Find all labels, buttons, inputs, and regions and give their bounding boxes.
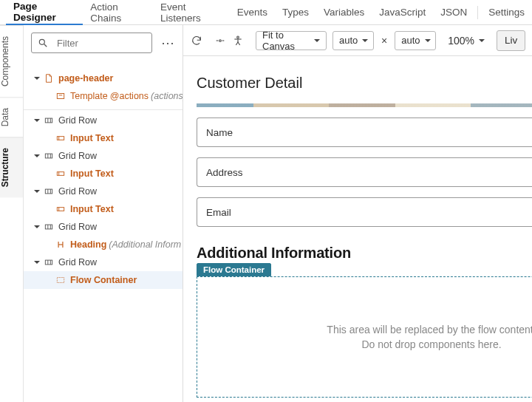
tree-label: Template (70, 91, 108, 101)
accessibility-button[interactable] (232, 33, 244, 49)
grid-icon (44, 186, 54, 197)
tree-label-slot: @actions (110, 91, 149, 101)
panel-menu-icon[interactable]: ⋯ (160, 33, 175, 52)
svg-rect-9 (45, 154, 52, 158)
flow-hint-line1: This area will be replaced by the flow c… (327, 324, 532, 335)
input-text-icon (55, 133, 66, 143)
flow-container-icon (55, 275, 66, 285)
grid-icon (44, 115, 54, 126)
input-address[interactable]: Address (197, 157, 532, 187)
dropdown-label: auto (401, 35, 420, 46)
zoom-dropdown[interactable]: 100% (448, 35, 485, 47)
tree-node-flow-container[interactable]: Flow Container (24, 271, 183, 289)
caret-spacer (46, 172, 52, 175)
tree-node-input-text[interactable]: Input Text (24, 165, 183, 183)
svg-point-0 (39, 39, 44, 44)
tree-node-grid-row[interactable]: Grid Row (24, 218, 183, 236)
page-title: Customer Detail (197, 75, 302, 92)
file-icon (44, 73, 54, 84)
search-icon (38, 38, 48, 48)
tab-json[interactable]: JSON (433, 0, 474, 24)
dropdown-label: auto (339, 35, 358, 46)
dimension-separator: × (380, 35, 389, 47)
caret-icon (34, 190, 40, 193)
tab-event-listeners[interactable]: Event Listeners (153, 0, 230, 24)
caret-icon (34, 77, 40, 80)
tree-label: Grid Row (58, 115, 97, 126)
tab-page-designer[interactable]: Page Designer (6, 0, 83, 25)
tree-node-grid-row[interactable]: Grid Row (24, 112, 183, 129)
tree-label: Heading (70, 239, 106, 250)
tree-node-template-actions[interactable]: Template @actions (actions) (24, 87, 183, 105)
grid-icon (44, 151, 54, 161)
design-stage[interactable]: Customer Detail Slot Te Name Address Ema… (183, 56, 532, 402)
svg-rect-14 (45, 189, 52, 194)
svg-point-30 (237, 36, 239, 38)
fit-to-canvas-dropdown[interactable]: Fit to Canvas (256, 31, 327, 50)
tree-label: Grid Row (58, 151, 97, 161)
caret-icon (34, 154, 40, 157)
dropdown-label: Fit to Canvas (262, 30, 310, 52)
filter-input[interactable] (57, 38, 146, 49)
tree-node-page-header[interactable]: page-header (24, 69, 183, 87)
tree-node-grid-row[interactable]: Grid Row (24, 253, 183, 271)
refresh-button[interactable] (191, 33, 202, 49)
filter-input-wrap[interactable] (31, 33, 152, 53)
width-dropdown[interactable]: auto (332, 31, 374, 50)
tree-node-input-text[interactable]: Input Text (24, 129, 183, 147)
tree-label: Grid Row (58, 186, 97, 197)
rail-tab-components[interactable]: Components (0, 25, 23, 97)
tree-node-grid-row[interactable]: Grid Row (24, 147, 183, 165)
tree-label: Grid Row (58, 222, 97, 232)
tab-variables[interactable]: Variables (316, 0, 372, 24)
rail-tab-data[interactable]: Data (0, 97, 23, 137)
caret-spacer (46, 243, 52, 246)
tree-node-heading[interactable]: Heading (Additional Inform (24, 236, 183, 253)
tree-label: Input Text (70, 133, 114, 143)
svg-rect-25 (45, 260, 52, 265)
input-name[interactable]: Name (197, 117, 532, 147)
caret-icon (34, 261, 40, 264)
svg-rect-4 (45, 118, 52, 123)
tab-events[interactable]: Events (230, 0, 275, 24)
chevron-down-icon (314, 39, 320, 42)
tree-node-grid-row[interactable]: Grid Row (24, 183, 183, 200)
tree-label-hint: (actions) (151, 91, 183, 101)
tree-label: Flow Container (70, 275, 137, 285)
focus-button[interactable] (214, 33, 226, 49)
svg-rect-12 (57, 172, 64, 176)
side-rail: Components Data Structure (0, 25, 24, 402)
flow-container-tag[interactable]: Flow Container (197, 263, 271, 276)
svg-point-29 (219, 39, 222, 41)
flow-container-placeholder[interactable]: This area will be replaced by the flow c… (197, 276, 532, 398)
rail-tab-structure[interactable]: Structure (0, 137, 23, 197)
tab-action-chains[interactable]: Action Chains (83, 0, 153, 24)
tree-node-input-text[interactable]: Input Text (24, 200, 183, 218)
caret-icon (34, 225, 40, 228)
structure-panel: ⋯ page-header Template @actions (actions… (24, 25, 183, 402)
caret-spacer (46, 279, 52, 282)
top-tabbar: Page Designer Action Chains Event Listen… (0, 0, 532, 25)
banner-image (197, 103, 532, 107)
structure-tree: page-header Template @actions (actions) … (24, 59, 183, 402)
slot-icon (55, 91, 66, 101)
flow-hint-line2: Do not drop components here. (361, 338, 501, 350)
section-heading: Additional Information (197, 245, 532, 262)
live-button[interactable]: Liv (497, 30, 525, 51)
tab-divider (477, 6, 478, 19)
input-email[interactable]: Email (197, 197, 532, 227)
tab-types[interactable]: Types (275, 0, 316, 24)
tree-label: Grid Row (58, 257, 97, 268)
grid-icon (44, 222, 54, 232)
caret-spacer (46, 95, 52, 98)
caret-spacer (46, 208, 52, 211)
tree-label-hint: (Additional Inform (109, 239, 181, 250)
tab-javascript[interactable]: JavaScript (372, 0, 433, 24)
svg-rect-28 (57, 278, 64, 283)
height-dropdown[interactable]: auto (395, 31, 436, 50)
tab-settings[interactable]: Settings (481, 0, 532, 24)
canvas-toolbar: Fit to Canvas auto × auto 100% Liv (183, 25, 532, 56)
svg-line-1 (44, 44, 47, 47)
canvas-area: Fit to Canvas auto × auto 100% Liv Custo… (183, 25, 532, 402)
tree-divider (24, 109, 183, 110)
